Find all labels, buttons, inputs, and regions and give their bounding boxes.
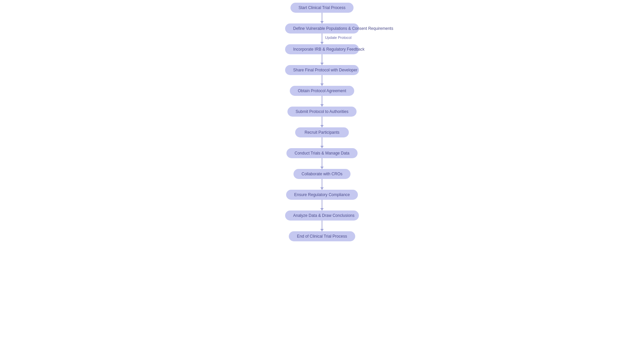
connector-10 (322, 200, 322, 210)
node-submit: Submit Protocol to Authorities (287, 107, 356, 117)
connector-5 (322, 96, 322, 107)
connector-2: Update Protocol (322, 34, 322, 44)
node-obtain: Obtain Protocol Agreement (290, 86, 354, 96)
connector-7 (322, 137, 322, 148)
node-analyze: Analyze Data & Draw Conclusions (285, 210, 359, 221)
connector-6 (322, 117, 322, 127)
node-recruit: Recruit Participants (295, 127, 349, 137)
node-start: Start Clinical Trial Process (290, 3, 354, 13)
node-ensure: Ensure Regulatory Compliance (286, 190, 358, 200)
connector-8 (322, 158, 322, 169)
connector-1 (322, 13, 322, 23)
connector-4 (322, 75, 322, 86)
connector-2-label: Update Protocol (325, 36, 352, 40)
node-end: End of Clinical Trial Process (289, 231, 355, 241)
connector-11 (322, 221, 322, 231)
node-conduct: Conduct Trials & Manage Data (286, 148, 357, 158)
node-define: Define Vulnerable Populations & Consent … (285, 23, 359, 34)
connector-9 (322, 179, 322, 190)
connector-3 (322, 54, 322, 65)
node-incorporate: Incorporate IRB & Regulatory Feedback (285, 44, 359, 54)
node-collaborate: Collaborate with CROs (293, 169, 351, 179)
node-share: Share Final Protocol with Developer (285, 65, 359, 75)
flowchart-container: Start Clinical Trial Process Define Vuln… (285, 0, 359, 241)
